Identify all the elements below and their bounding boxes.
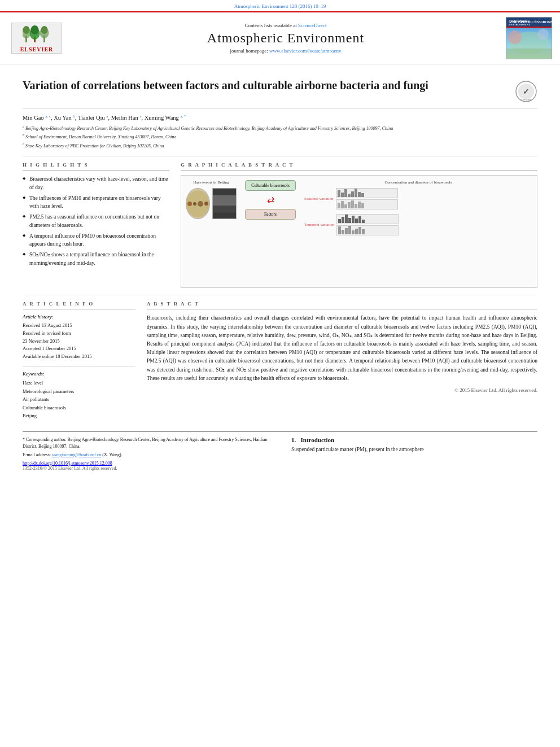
footnote-left: * Corresponding author. Beijing Agro-Bio… [23, 436, 269, 471]
ga-factors-label: Factors [245, 209, 296, 220]
ga-culturable-label: Culturable bioaerosols [245, 180, 296, 191]
ga-seasonal-charts [336, 188, 398, 209]
highlights-graphical-section: H I G H L I G H T S Bioaerosol character… [23, 156, 537, 288]
highlight-item-3: PM2.5 has a seasonal influence on concen… [23, 213, 169, 229]
sciencedirect-line: Contents lists available at ScienceDirec… [245, 23, 327, 28]
article-title-section: Variation of correlations between factor… [23, 70, 537, 109]
elsevier-logo: ELSEVIER [11, 23, 62, 54]
elsevier-tree-icon [23, 24, 51, 44]
svg-point-17 [537, 29, 549, 40]
cover-svg: ATMOSPHERIC ENVIRONMENT [506, 18, 552, 59]
intro-heading: 1. Introduction [291, 436, 537, 443]
author-4: Meilin Han a [111, 115, 142, 121]
svg-text:ENVIRONMENT: ENVIRONMENT [509, 23, 531, 26]
ga-temporal-row: Temporal variation [304, 214, 532, 235]
ga-petri-dish [186, 188, 210, 219]
graphical-abstract-heading: G R A P H I C A L A B S T R A C T [181, 162, 537, 171]
svg-point-8 [41, 26, 48, 34]
affiliation-a: a Beijing Agro-Biotechnology Research Ce… [23, 124, 537, 132]
svg-point-16 [508, 30, 522, 44]
highlights-list: Bioaerosol characteristics vary with haz… [23, 175, 169, 267]
journal-name: Atmospheric Environment [207, 30, 364, 46]
affiliations: a Beijing Agro-Biotechnology Research Ce… [23, 124, 537, 150]
svg-point-5 [31, 25, 39, 34]
doi-link[interactable]: http://dx.doi.org/10.1016/j.atmosenv.201… [23, 461, 269, 466]
author-5: Xuming Wang a, * [145, 115, 186, 121]
crossmark-icon: ✓ CrossMark [515, 80, 537, 103]
keyword-3: Air pollutants [23, 395, 135, 403]
journal-homepage-line: journal homepage: www.elsevier.com/locat… [230, 48, 342, 54]
graphical-abstract-column: G R A P H I C A L A B S T R A C T Haze e… [181, 162, 537, 288]
keyword-4: Culturable bioaerosols [23, 404, 135, 412]
available-date: Available online 18 December 2015 [23, 353, 135, 361]
main-content: Variation of correlations between factor… [0, 64, 560, 477]
article-info-heading: A R T I C L E I N F O [23, 301, 135, 309]
ga-seasonal-row: Seasonal variation [304, 188, 532, 209]
sciencedirect-link[interactable]: ScienceDirect [298, 23, 326, 28]
keyword-1: Haze level [23, 379, 135, 387]
keywords-list: Haze level Meteorological parameters Air… [23, 379, 135, 420]
svg-rect-24 [213, 195, 236, 206]
ga-temporal-label: Temporal variation [304, 222, 334, 227]
received-revised-date: Received in revised form23 November 2015 [23, 330, 135, 345]
intro-section: 1. Introduction Suspended particulate ma… [291, 436, 537, 471]
keywords-label: Keywords: [23, 371, 135, 377]
svg-text:✓: ✓ [523, 88, 530, 96]
keyword-2: Meteorological parameters [23, 387, 135, 395]
ga-concentration-label: Concentration and diameter of bioaerosol… [304, 180, 532, 185]
article-info-column: A R T I C L E I N F O Article history: R… [23, 301, 135, 420]
article-history-items: Received 13 August 2015 Received in revi… [23, 322, 135, 360]
elsevier-wordmark: ELSEVIER [20, 46, 54, 53]
ga-temporal-charts [336, 214, 399, 235]
svg-text:CrossMark: CrossMark [521, 98, 531, 101]
highlight-item-1: Bioaerosol characteristics vary with haz… [23, 175, 169, 191]
highlight-item-4: A temporal influence of PM10 on bioaeros… [23, 232, 169, 248]
svg-rect-15 [506, 49, 552, 59]
corresponding-author-note: * Corresponding author. Beijing Agro-Bio… [23, 436, 269, 450]
graphical-abstract-box: Haze events in Beijing [181, 175, 537, 288]
journal-citation: Atmospheric Environment 128 (2016) 10–19 [0, 0, 560, 11]
journal-cover-image: ATMOSPHERIC ENVIRONMENT [506, 17, 552, 59]
abstract-text: Bioaerosols, including their characteris… [147, 314, 537, 383]
citation-text: Atmospheric Environment 128 (2016) 10–19 [234, 3, 326, 9]
highlights-heading: H I G H L I G H T S [23, 162, 169, 171]
doi-anchor[interactable]: http://dx.doi.org/10.1016/j.atmosenv.201… [23, 461, 112, 466]
received-date: Received 13 August 2015 [23, 322, 135, 330]
accepted-date: Accepted 1 December 2015 [23, 345, 135, 353]
svg-rect-23 [213, 205, 236, 212]
svg-text:ATMOSPHERIC: ATMOSPHERIC [509, 20, 530, 23]
ga-variations-panel: Concentration and diameter of bioaerosol… [304, 180, 532, 235]
author-1: Min Gao a, c [23, 115, 51, 121]
ga-arrows-icon: ⇄ [267, 195, 274, 204]
authors-line: Min Gao a, c, Xu Yan b, Tianlei Qiu a, M… [23, 113, 537, 121]
copyright-line: © 2015 Elsevier Ltd. All rights reserved… [147, 387, 537, 393]
footnote-section: * Corresponding author. Beijing Agro-Bio… [23, 431, 537, 471]
keywords-section: Keywords: Haze level Meteorological para… [23, 366, 135, 420]
ga-haze-photo [212, 188, 237, 219]
journal-homepage-link[interactable]: www.elsevier.com/locate/atmosenv [269, 48, 341, 54]
ga-seasonal-label: Seasonal variation [304, 196, 334, 201]
author-3: Tianlei Qiu a [78, 115, 108, 121]
article-info-abstract-section: A R T I C L E I N F O Article history: R… [23, 295, 537, 420]
publisher-logo-area: ELSEVIER [6, 17, 68, 59]
journal-cover-area: ATMOSPHERIC ENVIRONMENT [504, 17, 554, 59]
intro-text: Suspended particulate matter (PM), prese… [291, 445, 537, 454]
affiliation-b: b School of Environment, Henan Normal Un… [23, 133, 537, 141]
issn-line: 1352-2310/© 2015 Elsevier Ltd. All right… [23, 466, 269, 471]
journal-title-area: Contents lists available at ScienceDirec… [73, 17, 498, 59]
ga-haze-label: Haze events in Beijing [186, 180, 237, 185]
highlights-column: H I G H L I G H T S Bioaerosol character… [23, 162, 169, 288]
author-2: Xu Yan b [54, 115, 75, 121]
article-history-label: Article history: [23, 314, 135, 320]
footnote-content: * Corresponding author. Beijing Agro-Bio… [23, 436, 537, 471]
abstract-heading: A B S T R A C T [147, 301, 537, 309]
email-link[interactable]: wangxuming@baafs.net.cn [52, 452, 101, 457]
article-title: Variation of correlations between factor… [23, 78, 428, 93]
svg-point-2 [23, 26, 30, 34]
highlight-item-5: SO₂/NO₂ shows a temporal influence on bi… [23, 251, 169, 267]
journal-header: ELSEVIER Contents lists available at Sci… [0, 11, 560, 64]
svg-rect-13 [506, 27, 552, 28]
affiliation-c: c State Key Laboratory of NBC Protection… [23, 142, 537, 150]
highlight-item-2: The influences of PM10 and temperature o… [23, 194, 169, 211]
keyword-5: Beijing [23, 412, 135, 420]
